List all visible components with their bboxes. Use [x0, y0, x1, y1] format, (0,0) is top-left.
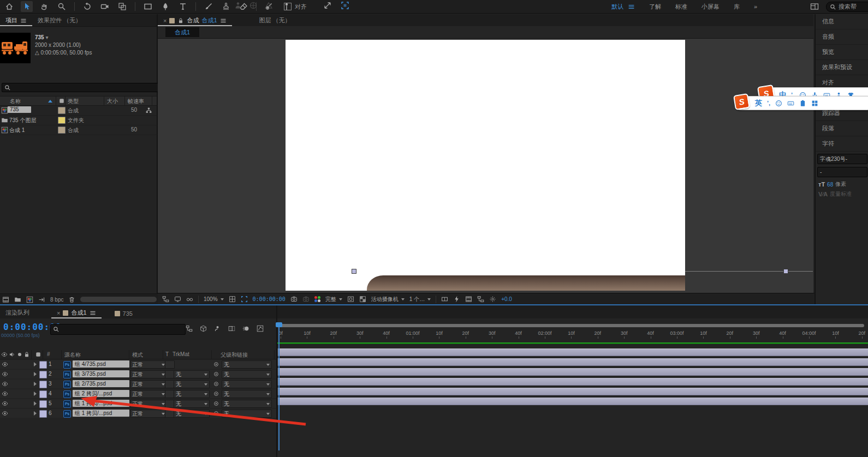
trkmat-select[interactable]: 无 — [174, 380, 210, 388]
col-number[interactable]: # — [47, 351, 50, 357]
layer-duration-bar-1[interactable] — [278, 348, 868, 356]
playhead-handle[interactable] — [276, 322, 282, 327]
font-size-row[interactable]: ᴛT 68 像素 — [818, 181, 867, 188]
region-icon[interactable] — [347, 296, 354, 303]
composition-canvas[interactable] — [286, 40, 685, 291]
font-family-select[interactable]: 字魂230号- — [817, 154, 867, 164]
layer-source-name[interactable]: 组 1 拷贝/...psd — [73, 410, 129, 417]
tool-camera[interactable] — [99, 1, 111, 12]
eye-icon[interactable] — [2, 410, 8, 417]
transparency-grid-icon[interactable] — [359, 296, 366, 303]
workspace-item-2[interactable]: 标准 — [675, 3, 687, 11]
layer-source-name[interactable]: 组 2 拷贝/...psd — [73, 390, 129, 397]
project-row-2[interactable]: 合成 1合成50 — [0, 125, 157, 135]
parent-select[interactable]: 无 — [222, 410, 272, 418]
label-column-icon[interactable] — [35, 351, 41, 358]
footage-title[interactable]: 735 — [35, 34, 44, 40]
col-name[interactable]: 名称 — [10, 98, 21, 105]
show-snapshot-icon[interactable] — [302, 296, 310, 303]
tab-render-queue[interactable]: 渲染队列 — [0, 309, 35, 318]
layer-row-1[interactable]: 1Ps组 4/735.psd正常无 — [0, 360, 276, 369]
help-search[interactable]: 搜索帮 — [826, 2, 868, 12]
new-composition-icon[interactable] — [26, 296, 33, 303]
tool-type[interactable] — [177, 1, 189, 12]
stereo-glasses-icon[interactable] — [186, 296, 193, 303]
project-search-input[interactable] — [2, 83, 159, 92]
project-item-name[interactable]: 735 个图层 — [9, 117, 36, 124]
workspace-item-3[interactable]: 小屏幕 — [701, 3, 720, 11]
parent-pickwhip-icon[interactable] — [213, 361, 219, 368]
bit-depth[interactable]: 8 bpc — [50, 297, 63, 303]
timeline-tracks[interactable]: 0f10f20f30f40f01:00f10f20f30f40f02:00f10… — [277, 318, 868, 457]
sort-ascending-icon[interactable] — [48, 100, 52, 103]
graph-editor-icon[interactable] — [257, 325, 264, 332]
layer-duration-bar-3[interactable] — [278, 368, 868, 376]
sogou-logo-icon[interactable]: S — [733, 93, 750, 110]
parent-pickwhip-icon[interactable] — [213, 400, 219, 407]
parent-pickwhip-icon[interactable] — [213, 381, 219, 387]
view-axis-icon[interactable] — [264, 1, 273, 10]
fast-preview-icon[interactable] — [453, 296, 460, 303]
work-area-bar[interactable] — [280, 324, 864, 327]
blend-mode-select[interactable]: 正常 — [130, 400, 167, 408]
audio-column-icon[interactable] — [9, 351, 15, 358]
layer-label-swatch[interactable] — [39, 371, 47, 378]
tab-layer[interactable]: 图层 （无） — [254, 16, 296, 26]
col-framerate[interactable]: 帧速率 — [128, 98, 144, 105]
timeline-button-icon[interactable] — [465, 296, 472, 303]
tab-project[interactable]: 项目 — [0, 16, 32, 26]
emoji-icon[interactable] — [775, 100, 782, 107]
trkmat-select[interactable]: 无 — [174, 410, 210, 418]
project-item-name[interactable]: 735 — [8, 106, 31, 113]
tab-timeline-735[interactable]: 735 — [109, 310, 138, 318]
parent-pickwhip-icon[interactable] — [213, 410, 219, 417]
workspace-item-1[interactable]: 了解 — [649, 3, 661, 11]
tool-rectangle[interactable] — [142, 1, 154, 12]
panel-tab-6[interactable]: 段落 — [816, 121, 868, 136]
camera-select[interactable]: 活动摄像机 — [371, 296, 405, 303]
proxy-icon[interactable] — [38, 296, 45, 303]
tool-stamp[interactable] — [220, 1, 232, 12]
exposure-gear-icon[interactable] — [489, 296, 496, 303]
label-swatch[interactable] — [58, 127, 66, 134]
take-snapshot-icon[interactable] — [290, 296, 298, 303]
col-mode[interactable]: 模式 — [132, 351, 143, 359]
trkmat-select[interactable]: 无 — [174, 400, 210, 408]
playhead-line[interactable] — [278, 323, 280, 450]
shy-icon[interactable] — [214, 325, 221, 332]
col-size[interactable]: 大小 — [107, 98, 118, 105]
layer-row-2[interactable]: 2Ps组 3/735.psd正常无无 — [0, 370, 276, 378]
tool-zoom[interactable] — [56, 1, 68, 12]
tool-pan-behind[interactable] — [116, 1, 128, 12]
panel-menu-icon[interactable] — [20, 17, 27, 24]
frame-blend-icon[interactable] — [228, 325, 235, 332]
region-capture-icon[interactable] — [341, 1, 349, 10]
col-parent[interactable]: 父级和链接 — [221, 351, 248, 359]
close-icon[interactable]: × — [163, 17, 167, 24]
artwork-brown-shape[interactable] — [367, 275, 685, 291]
trash-icon[interactable] — [68, 296, 75, 303]
eye-icon[interactable] — [2, 390, 8, 397]
t-switch[interactable] — [165, 360, 175, 369]
magnification-select[interactable]: 100% — [204, 296, 224, 302]
trkmat-select[interactable]: 无 — [174, 390, 210, 398]
tool-hand[interactable] — [38, 1, 50, 12]
eye-icon[interactable] — [2, 371, 8, 377]
label-column-icon[interactable] — [58, 98, 65, 104]
layer-label-swatch[interactable] — [39, 361, 47, 369]
clipboard-icon[interactable] — [799, 100, 806, 107]
layer-source-name[interactable]: 组 2/735.psd — [73, 380, 129, 387]
blend-mode-select[interactable]: 正常 — [130, 410, 167, 418]
toolbox-grid-icon[interactable] — [811, 100, 818, 107]
layer-row-5[interactable]: 5Ps组 1 拷贝/...psd正常无无 — [0, 399, 276, 408]
workspace-item-4[interactable]: 库 — [734, 3, 740, 11]
selection-handle-left[interactable] — [352, 269, 356, 274]
panel-menu-icon[interactable] — [220, 17, 227, 24]
layer-label-swatch[interactable] — [39, 390, 47, 398]
solo-column-icon[interactable] — [16, 351, 23, 358]
panel-tab-2[interactable]: 预览 — [816, 45, 868, 60]
viewer-current-time[interactable]: 0:00:00:00 — [253, 296, 286, 302]
blend-mode-select[interactable]: 正常 — [130, 360, 167, 369]
expand-arrow-icon[interactable] — [34, 382, 37, 386]
tool-brush[interactable] — [203, 1, 215, 12]
